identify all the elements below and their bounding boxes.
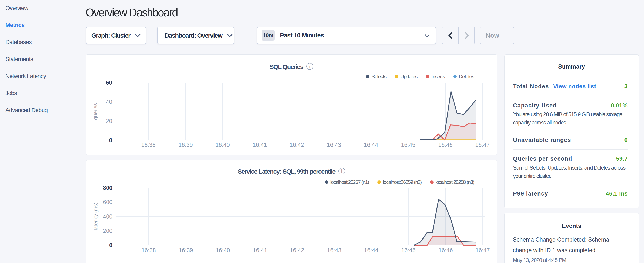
svg-text:600: 600 <box>103 199 112 205</box>
svg-text:16:42: 16:42 <box>290 247 304 253</box>
svg-text:16:44: 16:44 <box>364 247 378 253</box>
svg-text:16:46: 16:46 <box>438 142 453 148</box>
svg-text:16:41: 16:41 <box>253 247 267 253</box>
svg-text:20: 20 <box>106 118 112 124</box>
svg-text:40: 40 <box>106 99 112 105</box>
svg-text:16:47: 16:47 <box>476 247 490 253</box>
svg-text:16:38: 16:38 <box>141 142 156 148</box>
svg-text:16:43: 16:43 <box>327 142 341 148</box>
svg-text:queries: queries <box>92 103 98 120</box>
svg-text:16:45: 16:45 <box>401 247 416 253</box>
svg-text:800: 800 <box>103 185 112 191</box>
svg-text:16:42: 16:42 <box>290 142 304 148</box>
svg-text:0: 0 <box>109 242 112 248</box>
svg-text:16:45: 16:45 <box>401 142 416 148</box>
svg-text:16:40: 16:40 <box>216 142 230 148</box>
svg-text:16:44: 16:44 <box>364 142 378 148</box>
svg-text:16:39: 16:39 <box>178 142 193 148</box>
svg-text:16:47: 16:47 <box>475 142 490 148</box>
svg-text:16:43: 16:43 <box>327 247 342 253</box>
svg-text:60: 60 <box>106 80 112 86</box>
svg-text:16:40: 16:40 <box>216 247 230 253</box>
svg-text:16:38: 16:38 <box>142 247 156 253</box>
svg-text:16:46: 16:46 <box>438 247 453 253</box>
svg-text:0: 0 <box>109 137 112 143</box>
svg-text:16:41: 16:41 <box>252 142 267 148</box>
svg-text:200: 200 <box>103 228 112 234</box>
svg-text:400: 400 <box>103 213 112 220</box>
svg-text:16:39: 16:39 <box>178 247 193 253</box>
svg-text:latency (ms): latency (ms) <box>93 203 98 230</box>
